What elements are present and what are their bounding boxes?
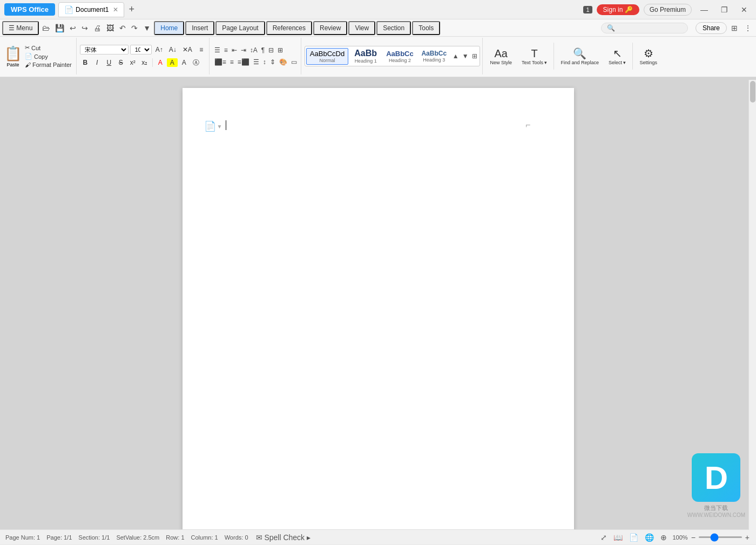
cut-button[interactable]: ✂ Cut	[23, 44, 74, 52]
bullet-list-button[interactable]: ☰	[213, 45, 222, 55]
align-row: ⬛≡ ≡ ≡⬛ ☰ ↕ ⇕ 🎨 ▭	[213, 57, 299, 67]
document-area[interactable]: 📄 ▼ ⌐	[0, 77, 756, 529]
tab-count-badge: 1	[583, 6, 592, 13]
document-page[interactable]: 📄 ▼ ⌐	[183, 88, 574, 529]
zoom-slider[interactable]	[699, 536, 742, 538]
focus-mode-button[interactable]: ⊕	[659, 532, 668, 543]
italic-button[interactable]: I	[92, 58, 103, 67]
tab-bar: 📄 Document1 ✕ +	[58, 2, 138, 17]
align-left-button[interactable]: ⬛≡	[213, 57, 228, 67]
styles-group: AaBbCcDd Normal AaBb Heading 1 AaBbCc He…	[302, 38, 483, 74]
borders-button[interactable]: ▭	[289, 57, 299, 67]
picture-icon[interactable]: 🖼	[104, 22, 116, 35]
align-justify-button[interactable]: ☰	[252, 57, 261, 67]
indent-decrease-button[interactable]: ⇤	[230, 45, 239, 55]
font-color-button[interactable]: A	[155, 58, 166, 67]
redo-icon[interactable]: ↪	[79, 22, 90, 35]
separator2	[632, 43, 633, 70]
font-shrink-button[interactable]: A↓	[167, 45, 179, 54]
add-tab-button[interactable]: +	[125, 4, 138, 15]
dropdown-icon[interactable]: ▼	[141, 22, 153, 35]
tab-insert[interactable]: Insert	[185, 21, 214, 35]
gallery-scroll-up[interactable]: ▲	[451, 51, 460, 61]
para-spacing-button[interactable]: ⇕	[268, 57, 277, 67]
restore-button[interactable]: ❐	[717, 4, 732, 15]
share-button[interactable]: Share	[696, 22, 727, 34]
border-button[interactable]: ⊞	[276, 45, 285, 55]
bold-button[interactable]: B	[80, 58, 91, 67]
copy-button[interactable]: 📄 Copy	[23, 52, 74, 60]
tab-tools[interactable]: Tools	[412, 21, 440, 35]
scroll-thumb[interactable]	[750, 81, 755, 103]
print-icon[interactable]: 🖨	[91, 22, 103, 35]
search-input[interactable]	[617, 24, 682, 32]
subscript-button[interactable]: x₂	[139, 58, 150, 67]
print-layout-button[interactable]: 📄	[628, 532, 639, 543]
new-style-button[interactable]: Aa New Style	[486, 45, 517, 67]
strikethrough-button[interactable]: S	[116, 58, 126, 67]
minimize-button[interactable]: —	[696, 4, 712, 15]
wps-office-button[interactable]: WPS Office	[4, 3, 55, 16]
sign-in-button[interactable]: Sign in 🔑	[597, 4, 639, 15]
underline-button[interactable]: U	[104, 58, 114, 67]
font-size-select[interactable]: 10	[130, 45, 152, 54]
format-painter-button[interactable]: 🖌 Format Painter	[23, 61, 74, 69]
text-shadow-button[interactable]: A	[179, 58, 190, 67]
select-button[interactable]: ↖ Select ▾	[604, 45, 631, 67]
zoom-out-button[interactable]: −	[690, 532, 697, 543]
undo2-icon[interactable]: ↶	[117, 22, 128, 35]
paste-button[interactable]: 📋 Paste	[4, 45, 22, 67]
text-tools-button[interactable]: T Text Tools ▾	[517, 45, 551, 67]
align-center-button[interactable]: ≡	[228, 57, 235, 67]
tab-close-icon[interactable]: ✕	[113, 6, 118, 13]
tab-home[interactable]: Home	[154, 21, 184, 35]
sort-button[interactable]: ↕A	[248, 45, 259, 55]
more-options-icon[interactable]: ⋮	[742, 22, 754, 35]
font-grow-button[interactable]: A↑	[153, 45, 165, 54]
show-hide-button[interactable]: ¶	[260, 45, 266, 55]
spell-check-button[interactable]: ✉ Spell Check ▸	[255, 532, 312, 543]
go-premium-button[interactable]: Go Premium	[644, 4, 692, 16]
menu-button[interactable]: ☰ Menu	[2, 21, 39, 35]
find-replace-button[interactable]: 🔍 Find and Replace	[556, 45, 603, 67]
tab-section[interactable]: Section	[376, 21, 411, 35]
font-name-row: 宋体 10 A↑ A↓ ✕A ≡	[80, 45, 207, 54]
document-content[interactable]: 📄 ▼ ⌐	[226, 120, 531, 228]
style-heading3[interactable]: AaBbCc Heading 3	[418, 49, 450, 64]
close-button[interactable]: ✕	[737, 4, 752, 15]
line-spacing-button[interactable]: ↕	[261, 57, 268, 67]
columns-button[interactable]: ⊟	[267, 45, 275, 55]
clear-format-button[interactable]: ✕A	[180, 45, 194, 54]
settings-button[interactable]: ⚙ Settings	[635, 45, 662, 67]
document-tab[interactable]: 📄 Document1 ✕	[58, 2, 124, 17]
gallery-scroll-down[interactable]: ▼	[461, 51, 470, 61]
right-scrollbar[interactable]	[748, 80, 756, 530]
web-layout-button[interactable]: 🌐	[644, 532, 655, 543]
zoom-in-button[interactable]: +	[744, 532, 751, 543]
style-heading1[interactable]: AaBb Heading 1	[349, 47, 382, 65]
font-name-select[interactable]: 宋体	[80, 45, 129, 54]
tab-view[interactable]: View	[348, 21, 375, 35]
settings-icon: ⚙	[644, 47, 653, 60]
undo-icon[interactable]: ↩	[68, 22, 78, 35]
reading-layout-button[interactable]: 📖	[612, 532, 624, 543]
style-heading2[interactable]: AaBbCc Heading 2	[383, 49, 417, 64]
font-align-button[interactable]: ≡	[196, 45, 207, 54]
numbered-list-button[interactable]: ≡	[222, 45, 230, 55]
highlight-button[interactable]: A	[167, 58, 178, 67]
superscript-button[interactable]: x²	[127, 58, 138, 67]
open-icon[interactable]: 🗁	[40, 22, 52, 35]
gallery-expand[interactable]: ⊞	[471, 51, 478, 61]
fit-page-button[interactable]: ⤢	[599, 532, 608, 543]
shading-button[interactable]: 🎨	[278, 57, 289, 67]
style-normal[interactable]: AaBbCcDd Normal	[306, 48, 348, 65]
redo2-icon[interactable]: ↷	[129, 22, 140, 35]
tab-references[interactable]: References	[266, 21, 312, 35]
save-icon[interactable]: 💾	[53, 22, 66, 35]
text-border-button[interactable]: Ⓐ	[191, 58, 201, 68]
tab-page-layout[interactable]: Page Layout	[215, 21, 265, 35]
indent-increase-button[interactable]: ⇥	[239, 45, 248, 55]
layout-toggle-icon[interactable]: ⊞	[729, 22, 740, 35]
tab-review[interactable]: Review	[313, 21, 347, 35]
align-right-button[interactable]: ≡⬛	[236, 57, 251, 67]
